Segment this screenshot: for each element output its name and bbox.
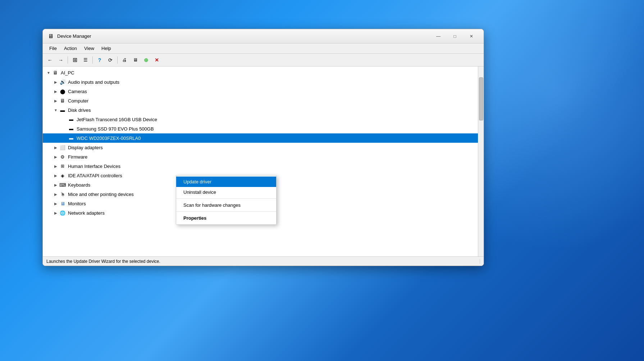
expand-computer[interactable]: ▶ (53, 98, 59, 104)
ctx-uninstall-device[interactable]: Uninstall device (176, 187, 276, 197)
wdc-label: WDC WD2003FZEX-00SRLA0 (77, 136, 141, 141)
network-icon: 🌐 (59, 210, 66, 216)
tree-item-disk-drives[interactable]: ▼ ▬ Disk drives (43, 105, 478, 115)
printer-button[interactable]: 🖨 (119, 55, 129, 65)
menu-bar: File Action View Help (43, 44, 484, 54)
window-title: Device Manager (57, 33, 430, 39)
expand-ide[interactable]: ▶ (53, 173, 59, 178)
computer-icon: 🖥 (59, 97, 66, 104)
scrollbar-track[interactable] (478, 67, 484, 256)
ide-icon: ◈ (59, 172, 66, 179)
keyboards-label: Keyboards (68, 182, 90, 188)
tree-item-firmware[interactable]: ▶ ⚙ Firmware (43, 152, 478, 161)
expand-mice[interactable]: ▶ (53, 191, 59, 197)
menu-help[interactable]: Help (98, 44, 115, 52)
scan-button[interactable]: ⟳ (105, 55, 115, 65)
adddev-button[interactable]: ⊕ (141, 55, 151, 65)
maximize-button[interactable]: □ (447, 31, 463, 42)
tree-item-wdc[interactable]: ▬ WDC WD2003FZEX-00SRLA0 (43, 133, 478, 143)
mice-label: Mice and other pointing devices (68, 192, 134, 197)
window-icon: 🖥 (47, 33, 54, 40)
window-controls: — □ ✕ (430, 31, 479, 42)
cameras-label: Cameras (68, 89, 87, 94)
toolbar-sep-3 (117, 56, 118, 64)
device-manager-window: 🖥 Device Manager — □ ✕ File Action View … (42, 29, 484, 266)
expand-display[interactable]: ▶ (53, 145, 59, 150)
expand-network[interactable]: ▶ (53, 210, 59, 216)
menu-view[interactable]: View (81, 44, 98, 52)
tree-item-samsung[interactable]: ▬ Samsung SSD 970 EVO Plus 500GB (43, 124, 478, 133)
jetflash-label: JetFlash Transcend 16GB USB Device (77, 117, 157, 122)
hid-icon: ⊞ (59, 163, 66, 169)
root-label: AI_PC (61, 70, 74, 76)
ctx-update-driver[interactable]: Update driver (176, 177, 276, 187)
monitor-button[interactable]: 🖥 (130, 55, 140, 65)
back-button[interactable]: ← (45, 55, 55, 65)
monitors-label: Monitors (68, 201, 86, 206)
toolbar: ← → ⊞ ☰ ? ⟳ 🖨 🖥 ⊕ ✕ (43, 54, 484, 67)
status-text: Launches the Update Driver Wizard for th… (46, 259, 480, 264)
context-menu: Update driver Uninstall device Scan for … (176, 175, 277, 225)
scrollbar-thumb[interactable] (479, 77, 483, 120)
devmgr-button[interactable]: ⊞ (70, 55, 80, 65)
menu-file[interactable]: File (46, 44, 60, 52)
disk-drives-label: Disk drives (68, 108, 91, 113)
cameras-icon: ⬤ (59, 88, 66, 95)
expand-hid[interactable]: ▶ (53, 163, 59, 169)
minimize-button[interactable]: — (430, 31, 446, 42)
tree-item-audio[interactable]: ▶ 🔊 Audio inputs and outputs (43, 77, 478, 87)
help-button[interactable]: ? (95, 55, 105, 65)
forward-button[interactable]: → (56, 55, 66, 65)
computer-label: Computer (68, 98, 88, 104)
expand-monitors[interactable]: ▶ (53, 201, 59, 206)
samsung-icon: ▬ (68, 125, 74, 132)
network-label: Network adapters (68, 210, 105, 216)
tree-item-display[interactable]: ▶ ⬜ Display adapters (43, 143, 478, 152)
tree-item-jetflash[interactable]: ▬ JetFlash Transcend 16GB USB Device (43, 115, 478, 124)
tree-item-computer[interactable]: ▶ 🖥 Computer (43, 96, 478, 105)
firmware-icon: ⚙ (59, 154, 66, 160)
ctx-properties[interactable]: Properties (176, 213, 276, 223)
monitors-icon: 🖥 (59, 200, 66, 207)
keyboards-icon: ⌨ (59, 182, 66, 188)
mice-icon: 🖱 (59, 191, 66, 197)
close-button[interactable]: ✕ (463, 31, 479, 42)
disk-drives-icon: ▬ (59, 107, 66, 113)
display-label: Display adapters (68, 145, 103, 150)
expand-root[interactable]: ▼ (46, 70, 51, 76)
wdc-icon: ▬ (68, 135, 74, 141)
ctx-scan-hardware[interactable]: Scan for hardware changes (176, 200, 276, 210)
expand-keyboards[interactable]: ▶ (53, 182, 59, 188)
ctx-sep-2 (176, 211, 276, 212)
toolbar-sep-2 (92, 56, 93, 64)
display-icon: ⬜ (59, 144, 66, 151)
content-area: ▼ 🖥 AI_PC ▶ 🔊 Audio inputs and outputs ▶… (43, 67, 484, 256)
ctx-sep-1 (176, 198, 276, 199)
audio-label: Audio inputs and outputs (68, 79, 119, 85)
jetflash-icon: ▬ (68, 116, 74, 123)
expand-disk[interactable]: ▼ (53, 107, 59, 113)
ide-label: IDE ATA/ATAPI controllers (68, 173, 122, 178)
firmware-label: Firmware (68, 154, 87, 160)
tree-item-cameras[interactable]: ▶ ⬤ Cameras (43, 87, 478, 96)
expand-cameras[interactable]: ▶ (53, 88, 59, 94)
title-bar: 🖥 Device Manager — □ ✕ (43, 29, 484, 44)
properties-button[interactable]: ☰ (81, 55, 91, 65)
samsung-label: Samsung SSD 970 EVO Plus 500GB (77, 126, 154, 132)
tree-panel[interactable]: ▼ 🖥 AI_PC ▶ 🔊 Audio inputs and outputs ▶… (43, 67, 478, 256)
tree-item-hid[interactable]: ▶ ⊞ Human Interface Devices (43, 161, 478, 171)
expand-audio[interactable]: ▶ (53, 79, 59, 85)
audio-icon: 🔊 (59, 79, 66, 85)
status-bar: Launches the Update Driver Wizard for th… (43, 256, 484, 266)
menu-action[interactable]: Action (60, 44, 81, 52)
tree-root[interactable]: ▼ 🖥 AI_PC (43, 68, 478, 77)
hid-label: Human Interface Devices (68, 164, 120, 169)
root-icon: 🖥 (52, 69, 59, 76)
remove-button[interactable]: ✕ (152, 55, 162, 65)
expand-firmware[interactable]: ▶ (53, 154, 59, 160)
toolbar-sep-1 (68, 56, 68, 64)
